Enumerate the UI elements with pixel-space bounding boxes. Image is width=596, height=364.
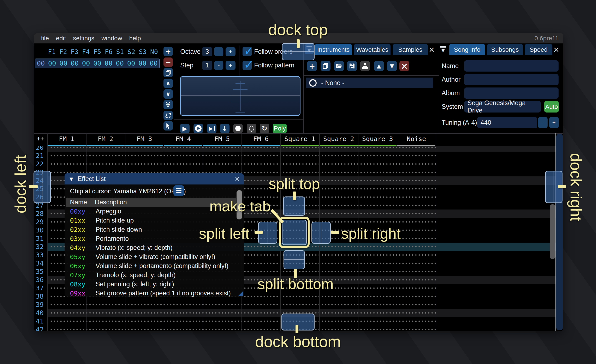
- step-minus-button[interactable]: -: [214, 61, 223, 70]
- order-duplicate-end-button[interactable]: ≫: [164, 100, 173, 109]
- order-cell[interactable]: 00: [80, 59, 92, 68]
- order-cell[interactable]: 00: [92, 59, 103, 68]
- pattern-expand-button[interactable]: ++: [37, 135, 44, 142]
- split-target-right[interactable]: [312, 222, 331, 244]
- instrument-move-up-button[interactable]: ▲: [374, 61, 384, 71]
- order-cell[interactable]: 00: [58, 59, 69, 68]
- tuning-minus-button[interactable]: -: [538, 117, 548, 128]
- order-add-button[interactable]: +: [164, 47, 173, 56]
- instrument-tree-view-button[interactable]: [360, 61, 370, 71]
- effect-list-titlebar[interactable]: ▼ Effect List ×: [65, 173, 244, 184]
- repeat-button[interactable]: ↻: [260, 124, 269, 133]
- order-cell[interactable]: 00: [46, 59, 58, 68]
- split-target-bottom[interactable]: [283, 250, 305, 269]
- menu-item-file[interactable]: file: [37, 35, 52, 42]
- channel-header-square-2[interactable]: Square 2: [319, 135, 358, 143]
- channel-header-noise[interactable]: Noise: [397, 135, 436, 143]
- order-cell[interactable]: 00: [103, 59, 114, 68]
- channel-header-fm-4[interactable]: FM 4: [164, 135, 203, 143]
- tab-speed[interactable]: Speed: [525, 44, 552, 55]
- channel-header-fm-1[interactable]: FM 1: [47, 135, 86, 143]
- tab-subsongs[interactable]: Subsongs: [487, 44, 523, 55]
- channel-header-fm-5[interactable]: FM 5: [203, 135, 241, 143]
- step-value[interactable]: 1: [202, 61, 212, 70]
- effect-code: 00xy: [70, 207, 85, 216]
- channel-header-fm-6[interactable]: FM 6: [241, 135, 280, 143]
- system-auto-button[interactable]: Auto: [544, 101, 559, 112]
- pattern-row-cells[interactable]: [50, 325, 436, 331]
- window-resize-grip[interactable]: [238, 291, 243, 296]
- author-input[interactable]: [464, 74, 559, 85]
- pattern-scrollbar-track[interactable]: [556, 134, 563, 330]
- follow-orders-checkbox[interactable]: ✓: [243, 47, 252, 56]
- step-play-button[interactable]: ▶: [207, 124, 216, 133]
- order-row[interactable]: 0000000000000000000000: [35, 58, 160, 68]
- order-cell[interactable]: 00: [69, 59, 81, 68]
- pattern-row-cells[interactable]: [50, 309, 436, 317]
- pattern-row-cells[interactable]: [50, 317, 436, 325]
- octave-value[interactable]: 3: [202, 47, 212, 56]
- order-cell[interactable]: 00: [114, 59, 126, 68]
- play-pattern-button[interactable]: [194, 124, 203, 133]
- channel-header-square-3[interactable]: Square 3: [358, 135, 397, 143]
- effect-list-menu-button[interactable]: [173, 185, 184, 196]
- collapse-triangle-icon[interactable]: ▼: [69, 176, 73, 182]
- order-move-down-button[interactable]: ∨: [164, 89, 173, 99]
- tuning-plus-button[interactable]: +: [549, 117, 559, 128]
- name-input[interactable]: [464, 60, 559, 72]
- order-cell[interactable]: 00: [137, 59, 148, 68]
- channel-header-fm-3[interactable]: FM 3: [125, 135, 164, 143]
- album-input[interactable]: [464, 87, 559, 99]
- instrument-duplicate-button[interactable]: [320, 61, 330, 71]
- instruments-close-button[interactable]: ×: [428, 44, 435, 55]
- instrument-open-button[interactable]: [334, 61, 344, 71]
- pattern-row-cells[interactable]: [50, 300, 436, 309]
- pattern-row[interactable]: 22: [34, 160, 563, 168]
- pattern-row[interactable]: 39: [34, 300, 563, 309]
- menu-item-settings[interactable]: settings: [69, 35, 98, 42]
- tab-song-info[interactable]: Song Info: [449, 44, 485, 55]
- menu-item-edit[interactable]: edit: [52, 35, 69, 42]
- play-button[interactable]: ▶: [180, 124, 190, 133]
- octave-plus-button[interactable]: +: [226, 47, 236, 56]
- record-button[interactable]: [233, 124, 243, 133]
- order-edit-mode-button[interactable]: [164, 121, 173, 131]
- tab-wavetables[interactable]: Wavetables: [354, 44, 390, 55]
- menu-item-help[interactable]: help: [126, 35, 144, 42]
- instrument-list-item-none[interactable]: - None -: [306, 78, 433, 88]
- minus-icon: −: [165, 58, 171, 66]
- pattern-row[interactable]: 20: [34, 146, 563, 152]
- metronome-button[interactable]: [247, 124, 256, 133]
- channel-header-fm-2[interactable]: FM 2: [86, 135, 125, 143]
- pattern-row[interactable]: 21: [34, 152, 563, 160]
- menu-item-window[interactable]: window: [98, 35, 126, 42]
- follow-pattern-checkbox[interactable]: ✓: [243, 61, 252, 70]
- pattern-row-cells[interactable]: [50, 152, 436, 160]
- pattern-row-cells[interactable]: [50, 146, 436, 152]
- poly-button[interactable]: Poly: [273, 124, 287, 133]
- order-move-up-button[interactable]: ∧: [164, 79, 173, 88]
- octave-minus-button[interactable]: -: [214, 47, 223, 56]
- order-remove-button[interactable]: −: [164, 58, 173, 67]
- system-input[interactable]: Sega Genesis/Mega Drive: [464, 101, 541, 112]
- instrument-delete-button[interactable]: ×: [399, 61, 409, 71]
- follow-pattern-label[interactable]: Follow pattern: [254, 61, 294, 70]
- order-deep-clone-button[interactable]: [164, 111, 173, 120]
- instrument-save-button[interactable]: [347, 61, 357, 71]
- instrument-add-button[interactable]: +: [307, 61, 317, 71]
- panel-collapse-button[interactable]: ▼: [440, 46, 446, 52]
- order-row-number[interactable]: 00: [35, 59, 46, 68]
- channel-header-square-1[interactable]: Square 1: [280, 135, 319, 143]
- tuning-input[interactable]: 440: [477, 117, 537, 128]
- order-cell[interactable]: 00: [148, 59, 159, 68]
- instrument-move-down-button[interactable]: ▼: [387, 61, 397, 71]
- step-plus-button[interactable]: +: [226, 61, 236, 70]
- song-info-close-button[interactable]: ×: [553, 44, 560, 55]
- order-cell[interactable]: 00: [125, 59, 137, 68]
- tab-instruments[interactable]: Instruments: [315, 44, 352, 55]
- tab-samples[interactable]: Samples: [393, 44, 428, 55]
- step-row-button[interactable]: ↓: [220, 124, 230, 133]
- pattern-row-cells[interactable]: [50, 160, 436, 168]
- order-duplicate-button[interactable]: [164, 68, 173, 77]
- pattern-scrollbar-thumb[interactable]: [550, 204, 555, 259]
